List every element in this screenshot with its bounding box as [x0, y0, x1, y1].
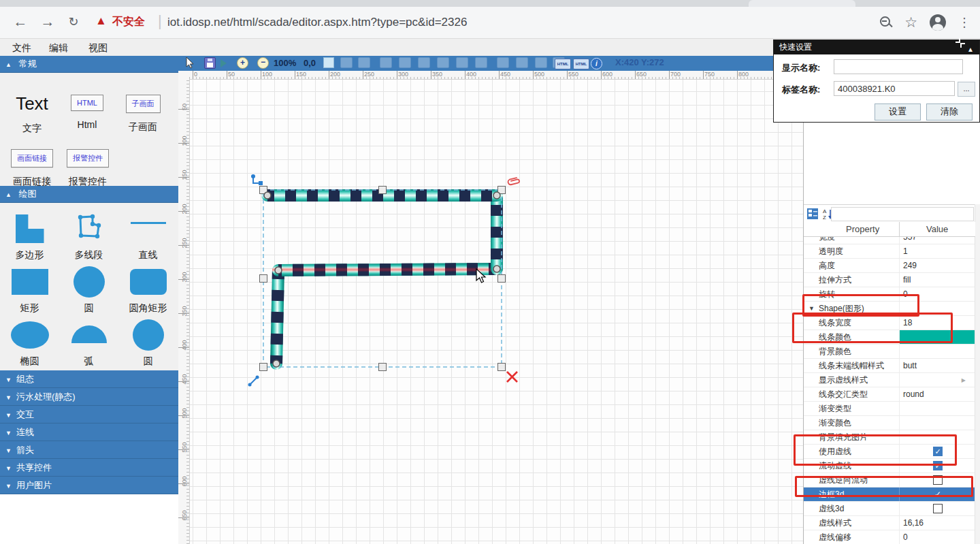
property-row[interactable]: 背景颜色	[804, 345, 975, 359]
checkbox[interactable]	[933, 504, 943, 513]
property-row[interactable]: 拉伸方式fill	[804, 273, 975, 287]
section-header-collapsed[interactable]: ▼连线	[0, 423, 178, 441]
property-value[interactable]: butt	[903, 359, 917, 372]
property-value[interactable]: 16,16	[903, 516, 924, 530]
alarm-control-tool-preview[interactable]: 报警控件	[67, 149, 109, 167]
tool-circle[interactable]: 圆	[59, 264, 118, 317]
set-button[interactable]: 设置	[875, 103, 921, 121]
bookmark-star-icon[interactable]: ☆	[904, 14, 917, 31]
tool-rect[interactable]: 矩形	[0, 264, 59, 317]
select-cursor-icon[interactable]	[185, 57, 195, 69]
tool-rounded-rect[interactable]: 圆角矩形	[118, 264, 178, 317]
security-warning-label[interactable]: 不安全	[112, 15, 145, 29]
categorize-icon[interactable]	[806, 208, 819, 220]
resize-handle[interactable]	[379, 364, 387, 371]
tool-line[interactable]: 直线	[118, 211, 178, 264]
url-text[interactable]: iot.idosp.net/html/scada/editor.aspx.htm…	[167, 16, 467, 29]
edit-points-icon[interactable]	[251, 174, 263, 185]
section-header-collapsed[interactable]: ▼共享控件	[0, 459, 178, 477]
align-center-icon[interactable]	[399, 57, 411, 68]
back-icon[interactable]: ←	[11, 12, 30, 31]
quick-settings-header[interactable]: 快速设置 ▲	[774, 40, 979, 54]
html-tool-preview[interactable]: HTML	[71, 95, 103, 111]
section-header-collapsed[interactable]: ▼组态	[0, 370, 178, 388]
property-scrollbar[interactable]	[975, 204, 980, 544]
design-canvas[interactable]: 0501001502002503003504004505005506006507…	[178, 71, 803, 544]
tool-text[interactable]: Text 文字	[5, 93, 59, 135]
property-filter-box[interactable]	[831, 207, 974, 221]
same-height-icon[interactable]	[516, 57, 528, 68]
property-row[interactable]: 线条交汇类型round	[804, 387, 975, 402]
property-row[interactable]: 高度249	[804, 259, 975, 273]
menu-edit[interactable]: 编辑	[45, 41, 72, 56]
section-header-collapsed[interactable]: ▼交互	[0, 406, 178, 423]
property-value[interactable]: round	[903, 387, 924, 401]
vertex-handle[interactable]	[493, 266, 500, 272]
property-row[interactable]: 透明度1	[804, 244, 975, 259]
property-row[interactable]: 显示虚线样式▶	[804, 373, 975, 387]
section-header-drawing[interactable]: ▲ 绘图	[0, 186, 178, 203]
clear-button[interactable]: 清除	[926, 103, 973, 121]
delete-icon[interactable]	[507, 372, 517, 382]
resize-handle[interactable]	[379, 187, 387, 194]
tool-polygon[interactable]: 多边形	[0, 211, 59, 264]
group-icon[interactable]	[340, 57, 353, 68]
tool-ellipse[interactable]: 椭圆	[0, 317, 59, 370]
collapse-panel-icon[interactable]: ▲	[967, 42, 974, 57]
refresh-icon[interactable]: ↻	[64, 12, 83, 31]
tool-html[interactable]: HTML Html	[61, 95, 113, 130]
profile-avatar[interactable]	[930, 14, 946, 31]
align-right-icon[interactable]	[418, 57, 430, 68]
property-value[interactable]: 1	[903, 244, 908, 258]
property-row[interactable]: 虚线偏移0	[804, 530, 975, 544]
resize-handle[interactable]	[260, 364, 267, 371]
menu-view[interactable]: 视图	[84, 41, 112, 56]
screen-link-tool-preview[interactable]: 画面链接	[11, 149, 53, 167]
property-row[interactable]: 渐变类型	[804, 402, 975, 416]
attachment-icon[interactable]	[507, 175, 520, 188]
section-header-collapsed[interactable]: ▼用户图片	[0, 477, 178, 494]
tool-arc[interactable]: 弧	[59, 317, 118, 370]
html-export-icon-2[interactable]: HTML	[573, 59, 589, 69]
property-value[interactable]: fill	[903, 273, 911, 287]
section-header-collapsed[interactable]: ▼污水处理(静态)	[0, 388, 178, 406]
section-header-general[interactable]: ▲ 常规	[0, 56, 178, 73]
vertex-handle[interactable]	[275, 267, 282, 274]
browse-tag-button[interactable]: ...	[958, 82, 975, 97]
ungroup-icon[interactable]	[358, 57, 370, 68]
same-width-icon[interactable]	[497, 57, 509, 68]
menu-file[interactable]: 文件	[8, 41, 35, 56]
tool-screen-link[interactable]: 画面链接 画面链接	[5, 149, 59, 188]
html-export-icon[interactable]: HTML	[555, 59, 571, 69]
section-header-collapsed[interactable]: ▼箭头	[0, 441, 178, 459]
tool-polyline[interactable]: 多线段	[59, 211, 118, 264]
zoom-out-icon[interactable]: −	[257, 57, 269, 69]
vertex-handle[interactable]	[493, 192, 500, 199]
info-icon[interactable]: i	[591, 58, 602, 69]
zoom-out-page-icon[interactable]	[880, 16, 892, 29]
forward-icon[interactable]: →	[38, 12, 57, 31]
property-row[interactable]: 虚线3d	[804, 502, 975, 516]
distribute-h-icon[interactable]	[535, 57, 547, 68]
property-column-header[interactable]: Property	[846, 222, 879, 236]
dropdown-arrow-icon[interactable]: ▶	[962, 377, 966, 383]
property-row[interactable]: 渐变颜色	[804, 416, 975, 430]
security-warning-icon[interactable]: ▲	[95, 14, 107, 28]
line-tool-mark-icon[interactable]	[248, 376, 259, 387]
align-left-icon[interactable]	[380, 57, 392, 68]
value-column-header[interactable]: Value	[926, 222, 948, 236]
property-row[interactable]: 线条末端线帽样式butt	[804, 359, 975, 373]
tool-alarm-control[interactable]: 报警控件 报警控件	[61, 149, 114, 188]
browser-tab[interactable]	[749, 0, 855, 7]
property-row[interactable]: 虚线样式16,16	[804, 516, 975, 530]
zoom-level[interactable]: 100%	[274, 57, 296, 69]
tool-subscreen[interactable]: 子画面 子画面	[117, 95, 169, 133]
text-tool-preview[interactable]: Text	[5, 93, 59, 114]
polyline-shape[interactable]	[267, 195, 497, 364]
resize-handle[interactable]	[498, 275, 506, 283]
browser-menu-icon[interactable]: ⋮	[958, 15, 970, 30]
tool-circle[interactable]: 圆	[118, 317, 178, 370]
resize-handle[interactable]	[498, 364, 506, 371]
canvas-settings-icon[interactable]	[323, 57, 334, 68]
vertex-handle[interactable]	[264, 192, 271, 199]
